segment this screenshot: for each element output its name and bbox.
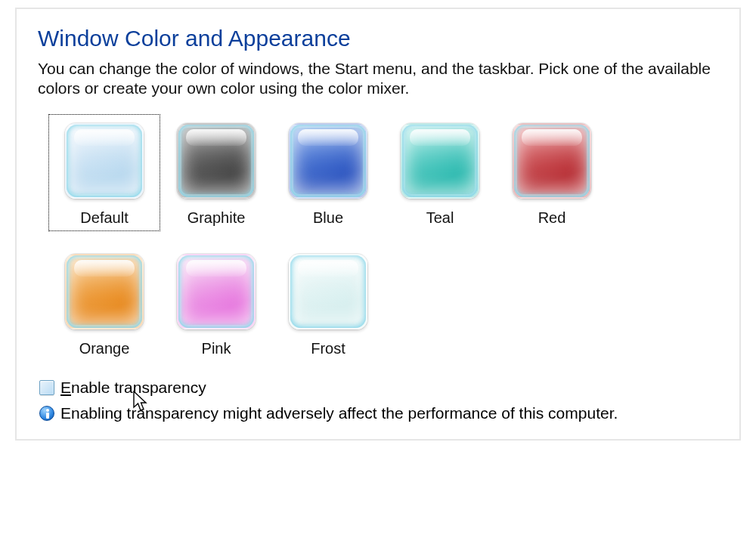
- swatch-thumbnail: [510, 119, 594, 203]
- swatch-glass-icon: [177, 254, 256, 329]
- color-swatch-blue[interactable]: Blue: [272, 114, 384, 231]
- transparency-info-row: Enabling transparency might adversely af…: [39, 404, 718, 422]
- swatch-label: Frost: [311, 340, 345, 357]
- swatch-label: Default: [80, 209, 128, 227]
- swatch-glass-icon: [401, 123, 479, 199]
- enable-transparency-checkbox[interactable]: [39, 380, 54, 395]
- color-swatch-frost[interactable]: Frost: [272, 245, 384, 362]
- appearance-panel: Window Color and Appearance You can chan…: [15, 8, 741, 441]
- color-swatch-default[interactable]: Default: [48, 114, 160, 231]
- swatch-thumbnail: [62, 119, 147, 203]
- swatch-glass-icon: [289, 123, 367, 199]
- transparency-info-text: Enabling transparency might adversely af…: [60, 404, 618, 422]
- swatch-label: Graphite: [187, 209, 246, 227]
- swatch-label: Orange: [79, 340, 130, 357]
- color-swatch-pink[interactable]: Pink: [160, 245, 272, 362]
- color-swatch-red[interactable]: Red: [496, 114, 608, 231]
- swatch-thumbnail: [286, 119, 370, 203]
- swatch-thumbnail: [398, 119, 482, 203]
- color-swatch-orange[interactable]: Orange: [48, 245, 160, 362]
- swatch-label: Blue: [313, 209, 343, 227]
- swatch-thumbnail: [174, 249, 259, 334]
- color-swatch-teal[interactable]: Teal: [384, 114, 496, 231]
- swatch-label: Teal: [426, 209, 454, 227]
- swatch-glass-icon: [289, 254, 367, 329]
- color-swatch-graphite[interactable]: Graphite: [160, 114, 272, 231]
- swatch-label: Red: [538, 209, 566, 227]
- swatch-thumbnail: [286, 249, 370, 334]
- color-swatch-grid: DefaultGraphiteBlueTealRedOrangePinkFros…: [38, 114, 718, 362]
- page-title: Window Color and Appearance: [38, 26, 718, 51]
- swatch-label: Pink: [202, 340, 231, 357]
- swatch-glass-icon: [177, 123, 256, 199]
- swatch-thumbnail: [174, 119, 259, 203]
- swatch-glass-icon: [65, 254, 144, 329]
- swatch-glass-icon: [65, 123, 144, 199]
- swatch-thumbnail: [62, 249, 147, 334]
- enable-transparency-label: Enable transparency: [60, 379, 206, 397]
- page-description: You can change the color of windows, the…: [38, 59, 718, 99]
- swatch-glass-icon: [513, 123, 591, 199]
- info-icon: [39, 406, 54, 421]
- enable-transparency-row[interactable]: Enable transparency: [39, 379, 718, 397]
